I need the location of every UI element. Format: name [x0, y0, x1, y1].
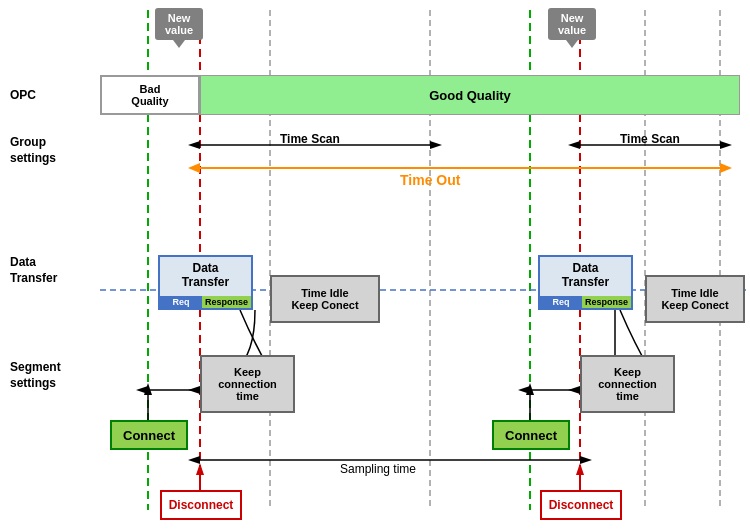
keep-connection-box-1: Keepconnectiontime	[200, 355, 295, 413]
svg-marker-17	[720, 163, 732, 173]
svg-marker-13	[568, 141, 580, 149]
opc-label: OPC	[10, 88, 36, 102]
svg-marker-22	[188, 386, 200, 394]
time-scan-label-2: Time Scan	[620, 132, 680, 146]
svg-marker-36	[518, 386, 530, 394]
keep-connection-box-2: Keepconnectiontime	[580, 355, 675, 413]
svg-marker-30	[526, 383, 534, 395]
time-idle-box-1: Time IdleKeep Conect	[270, 275, 380, 323]
diagram: OPC Groupsettings DataTransfer Segmentse…	[0, 0, 750, 529]
svg-marker-34	[576, 463, 584, 475]
svg-marker-16	[188, 163, 200, 173]
req-label-1: Req	[160, 296, 202, 308]
svg-marker-26	[580, 456, 592, 464]
data-transfer-label: DataTransfer	[10, 255, 57, 286]
response-label-1: Response	[202, 296, 251, 308]
svg-marker-11	[430, 141, 442, 149]
response-label-2: Response	[582, 296, 631, 308]
svg-marker-10	[188, 141, 200, 149]
opc-good-quality: Good Quality	[200, 75, 740, 115]
disconnect-button-1[interactable]: Disconnect	[160, 490, 242, 520]
time-scan-label-1: Time Scan	[280, 132, 340, 146]
svg-marker-28	[144, 383, 152, 395]
connect-button-1[interactable]: Connect	[110, 420, 188, 450]
data-transfer-box-1: DataTransfer Req Response	[158, 255, 253, 310]
svg-marker-39	[568, 386, 580, 394]
segment-settings-label: Segmentsettings	[10, 360, 61, 391]
time-out-label: Time Out	[400, 172, 460, 188]
svg-marker-14	[720, 141, 732, 149]
opc-bad-quality: BadQuality	[100, 75, 200, 115]
new-value-balloon-1: Newvalue	[155, 8, 203, 40]
svg-marker-25	[188, 456, 200, 464]
req-label-2: Req	[540, 296, 582, 308]
connect-button-2[interactable]: Connect	[492, 420, 570, 450]
svg-marker-32	[196, 463, 204, 475]
data-transfer-box-2: DataTransfer Req Response	[538, 255, 633, 310]
time-idle-box-2: Time IdleKeep Conect	[645, 275, 745, 323]
new-value-balloon-2: Newvalue	[548, 8, 596, 40]
disconnect-button-2[interactable]: Disconnect	[540, 490, 622, 520]
sampling-time-label: Sampling time	[340, 462, 416, 476]
svg-marker-19	[136, 386, 148, 394]
group-settings-label: Groupsettings	[10, 135, 56, 166]
